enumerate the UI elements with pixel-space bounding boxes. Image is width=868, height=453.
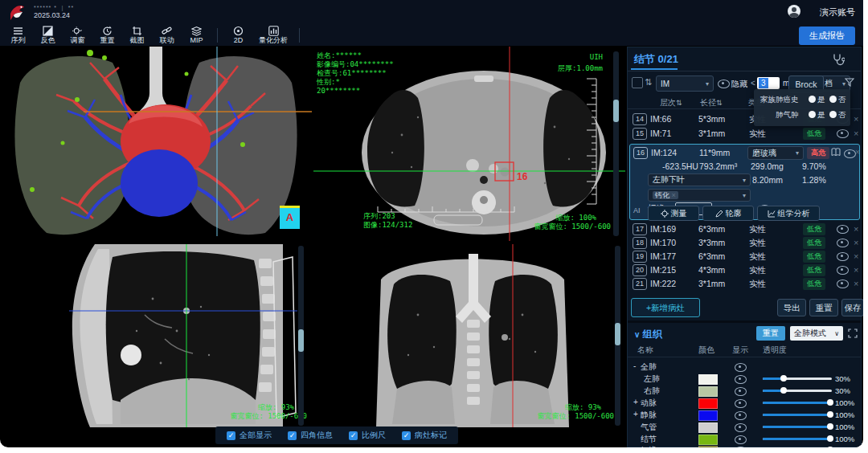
- eye-icon[interactable]: [735, 375, 747, 384]
- tissue-row-artery[interactable]: + 动脉 100%: [628, 398, 861, 410]
- color-swatch[interactable]: [698, 435, 718, 445]
- eye-icon[interactable]: [735, 447, 747, 447]
- filter-funnel-icon[interactable]: [845, 78, 854, 88]
- axial-scrollbar-thumb[interactable]: [613, 100, 619, 122]
- lung-mode-select[interactable]: 全肺模式∨: [790, 326, 843, 341]
- toolbar-sequence-button[interactable]: 序列: [3, 26, 33, 44]
- nodule-row-20[interactable]: 20 IM:215 4*3mm 实性 低危 ×: [628, 263, 861, 277]
- toolbar-quantify-button[interactable]: 量化分析: [253, 26, 293, 44]
- tissue-row-left-lung[interactable]: 左肺 30%: [628, 373, 861, 386]
- visibility-eye-icon[interactable]: [718, 80, 730, 88]
- eye-icon[interactable]: [837, 239, 849, 247]
- opacity-slider[interactable]: [763, 390, 832, 392]
- tissue-panel-title[interactable]: ∨ 组织: [634, 328, 662, 341]
- tissue-row-right-lung[interactable]: 右肺 30%: [628, 386, 861, 398]
- sort-icon[interactable]: ⇅: [645, 77, 652, 88]
- toolbar-mip-button[interactable]: MIP: [182, 26, 211, 44]
- column-header-slice[interactable]: 层次⇅: [660, 97, 682, 108]
- eye-icon[interactable]: [735, 435, 747, 444]
- feature-tags-select[interactable]: 钙化 ×▾: [648, 189, 751, 202]
- save-button[interactable]: 保存: [841, 299, 863, 316]
- account-name[interactable]: 演示账号: [820, 6, 855, 18]
- color-swatch[interactable]: [698, 398, 718, 409]
- eye-icon[interactable]: [735, 399, 747, 408]
- report-book-icon[interactable]: [831, 148, 841, 157]
- opacity-slider[interactable]: [763, 438, 832, 440]
- generate-report-button[interactable]: 生成报告: [799, 27, 855, 45]
- close-icon[interactable]: ×: [854, 238, 858, 247]
- nodule-row-19[interactable]: 19 IM:177 6*3mm 实性 低危 ×: [628, 249, 861, 263]
- eye-icon[interactable]: [837, 129, 849, 138]
- axial-scrollbar[interactable]: [613, 51, 619, 236]
- toolbar-reset-button[interactable]: 重置: [92, 26, 122, 44]
- tissue-row-vein[interactable]: + 静脉 100%: [628, 410, 861, 422]
- nodule-row-17[interactable]: 17 IM:169 6*3mm 实性 低危 ×: [628, 222, 861, 236]
- emphysema-yes[interactable]: 是: [809, 110, 825, 120]
- tissue-row-margin[interactable]: 切缘 100%: [628, 445, 861, 447]
- coronal-scrollbar-thumb[interactable]: [615, 323, 620, 345]
- eye-icon[interactable]: [837, 225, 849, 234]
- eye-icon[interactable]: [735, 423, 747, 432]
- color-swatch[interactable]: [698, 422, 718, 433]
- export-button[interactable]: 导出: [777, 299, 806, 316]
- viewport-coronal[interactable]: 缩放: 93% 窗宽窗位: 1500/-600: [313, 243, 625, 429]
- color-swatch[interactable]: [698, 386, 718, 397]
- toolbar-window-button[interactable]: 调窗: [63, 26, 92, 44]
- lobe-location-select[interactable]: 左肺下叶▾: [648, 173, 751, 186]
- checkbox-checked-icon[interactable]: ✓: [402, 431, 411, 440]
- sagittal-scrollbar-thumb[interactable]: [298, 329, 304, 352]
- collapse-toggle[interactable]: -: [633, 361, 636, 370]
- eye-icon[interactable]: [735, 363, 747, 372]
- nodule-type-select[interactable]: 磨玻璃▾: [747, 146, 804, 160]
- toggle-lesion-marks[interactable]: ✓病灶标记: [402, 430, 447, 441]
- family-history-no[interactable]: 否: [829, 95, 846, 105]
- opacity-slider[interactable]: [763, 402, 832, 404]
- eye-icon[interactable]: [837, 280, 849, 288]
- select-all-checkbox[interactable]: [632, 77, 643, 88]
- sagittal-scrollbar[interactable]: [298, 246, 304, 426]
- checkbox-checked-icon[interactable]: ✓: [288, 431, 297, 440]
- fullscreen-expand-icon[interactable]: [848, 329, 858, 338]
- close-icon[interactable]: ×: [854, 251, 858, 261]
- tissue-row-whole-lung[interactable]: - 全肺: [628, 361, 861, 373]
- eye-icon[interactable]: [844, 149, 856, 158]
- emphysema-no[interactable]: 否: [829, 110, 846, 120]
- opacity-slider[interactable]: [763, 426, 832, 428]
- user-avatar[interactable]: [788, 5, 800, 18]
- sort-field-select[interactable]: IM▾: [656, 76, 714, 92]
- checkbox-checked-icon[interactable]: ✓: [349, 431, 358, 440]
- toggle-corner-info[interactable]: ✓四角信息: [288, 430, 333, 441]
- viewport-sagittal[interactable]: 缩放: 93% 窗宽窗位: 1500/-600: [0, 243, 312, 429]
- close-icon[interactable]: ×: [854, 224, 858, 234]
- column-header-diameter[interactable]: 长径⇅: [700, 97, 723, 108]
- viewport-3d[interactable]: A: [0, 47, 312, 241]
- nodule-row-15[interactable]: 15 IM:71 3*1mm 实性 低危 ×: [628, 126, 861, 141]
- expand-toggle[interactable]: +: [633, 398, 638, 406]
- tissue-reset-button[interactable]: 重置: [756, 326, 785, 341]
- reset-list-button[interactable]: 重置: [809, 299, 838, 316]
- feature-tag[interactable]: 钙化 ×: [653, 191, 678, 199]
- close-icon[interactable]: ×: [854, 129, 858, 138]
- eye-icon[interactable]: [837, 252, 849, 261]
- eye-icon[interactable]: [735, 387, 747, 396]
- checkbox-checked-icon[interactable]: ✓: [227, 431, 235, 440]
- toolbar-2d-button[interactable]: 2D: [223, 26, 253, 44]
- opacity-slider[interactable]: [763, 414, 832, 416]
- close-icon[interactable]: ×: [854, 279, 858, 288]
- expand-toggle[interactable]: +: [633, 410, 638, 418]
- measure-button[interactable]: 测量: [648, 206, 699, 221]
- eye-icon[interactable]: [837, 266, 849, 275]
- color-swatch[interactable]: [698, 374, 718, 385]
- tissue-row-trachea[interactable]: 气管 100%: [628, 422, 861, 434]
- toolbar-invert-button[interactable]: 反色: [33, 26, 63, 44]
- viewport-axial[interactable]: 16 姓名:****** 影像编号:04******** 检查号:61*****…: [313, 47, 625, 241]
- close-icon[interactable]: ×: [854, 265, 858, 275]
- nodule-row-18[interactable]: 18 IM:170 3*3mm 实性 低危 ×: [628, 235, 861, 250]
- contour-button[interactable]: 轮廓: [702, 206, 754, 221]
- coronal-scrollbar[interactable]: [615, 246, 620, 426]
- color-swatch[interactable]: [698, 410, 718, 421]
- stethoscope-icon[interactable]: [832, 53, 845, 66]
- radiomics-button[interactable]: 组学分析: [757, 206, 820, 221]
- toolbar-link-button[interactable]: 联动: [152, 26, 182, 44]
- eye-icon[interactable]: [735, 411, 747, 420]
